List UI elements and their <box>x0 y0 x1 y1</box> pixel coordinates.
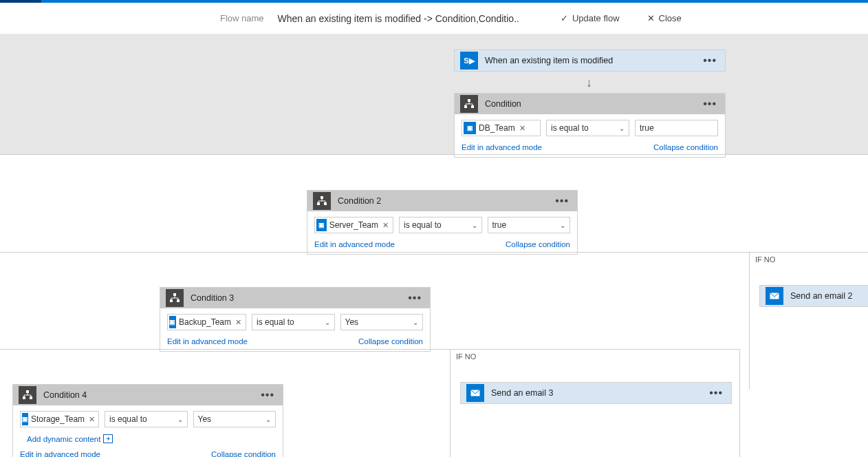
dynamic-content-icon: ▣ <box>316 219 327 231</box>
condition-2-value-text: true <box>492 220 507 230</box>
condition-3-menu-button[interactable]: ••• <box>405 292 424 304</box>
edit-advanced-link[interactable]: Edit in advanced mode <box>167 337 248 346</box>
send-email-2-card[interactable]: Send an email 2 <box>759 285 868 307</box>
condition-2-title: Condition 2 <box>338 196 545 206</box>
condition-3-left-operand[interactable]: ▣ Backup_Team ✕ <box>167 314 246 330</box>
update-flow-label: Update flow <box>572 13 620 23</box>
svg-rect-13 <box>30 396 32 399</box>
condition-icon <box>460 95 478 113</box>
svg-rect-9 <box>177 299 180 302</box>
add-dynamic-content-link[interactable]: Add dynamic content + <box>27 434 113 443</box>
condition-4-operator-select[interactable]: is equal to ⌄ <box>105 411 188 427</box>
condition-3-header[interactable]: Condition 3 ••• <box>160 288 430 308</box>
edit-advanced-link[interactable]: Edit in advanced mode <box>314 240 395 248</box>
collapse-condition-link[interactable]: Collapse condition <box>653 143 718 151</box>
condition-3-operator-label: is equal to <box>257 317 294 327</box>
trigger-title: When an existing item is modified <box>485 56 693 65</box>
chevron-down-icon: ⌄ <box>413 319 418 326</box>
chevron-down-icon: ⌄ <box>619 125 625 132</box>
condition-3-operator-select[interactable]: is equal to ⌄ <box>252 314 335 330</box>
svg-rect-8 <box>170 299 173 302</box>
condition-2-value-select[interactable]: true ⌄ <box>488 217 571 233</box>
check-icon: ✓ <box>561 13 568 23</box>
condition-1-operator-select[interactable]: is equal to ⌄ <box>546 120 629 136</box>
remove-token-icon[interactable]: ✕ <box>518 124 527 133</box>
condition-1-title: Condition <box>485 99 693 109</box>
collapse-condition-link[interactable]: Collapse condition <box>506 240 570 248</box>
trigger-menu-button[interactable]: ••• <box>700 54 719 67</box>
edit-advanced-link[interactable]: Edit in advanced mode <box>462 143 542 151</box>
condition-4-menu-button[interactable]: ••• <box>258 389 277 401</box>
add-dynamic-content-label: Add dynamic content <box>27 435 100 443</box>
edit-advanced-link[interactable]: Edit in advanced mode <box>20 450 100 457</box>
condition-1-menu-button[interactable]: ••• <box>700 98 719 110</box>
condition-2-menu-button[interactable]: ••• <box>552 195 572 207</box>
condition-4-header[interactable]: Condition 4 ••• <box>13 385 283 405</box>
condition-4-left-operand[interactable]: ▣ Storage_Team ✕ <box>20 411 99 427</box>
condition-4-value-select[interactable]: Yes ⌄ <box>193 411 276 427</box>
condition-1-header[interactable]: Condition ••• <box>455 94 725 114</box>
condition-3-body: ▣ Backup_Team ✕ is equal to ⌄ Yes ⌄ <box>160 308 430 334</box>
condition-2-body: ▣ Server_Team ✕ is equal to ⌄ true ⌄ <box>307 211 577 237</box>
trigger-card[interactable]: S▶ When an existing item is modified ••• <box>454 50 726 72</box>
flow-name-label: Flow name <box>220 13 264 23</box>
flow-canvas: S▶ When an existing item is modified •••… <box>0 34 868 457</box>
condition-3-token-label: Backup_Team <box>179 317 231 327</box>
condition-3-card[interactable]: Condition 3 ••• ▣ Backup_Team ✕ is equal… <box>160 287 431 352</box>
remove-token-icon[interactable]: ✕ <box>87 415 96 424</box>
svg-rect-7 <box>173 293 176 296</box>
divider-1 <box>0 154 868 155</box>
condition-1-value-input[interactable]: true <box>635 120 718 136</box>
condition-4-body: ▣ Storage_Team ✕ is equal to ⌄ Yes ⌄ Add… <box>13 405 283 447</box>
collapse-condition-link[interactable]: Collapse condition <box>358 337 423 346</box>
update-flow-button[interactable]: ✓ Update flow <box>561 13 620 23</box>
condition-2-token-label: Server_Team <box>329 220 378 230</box>
top-loading-bar <box>0 0 868 3</box>
condition-2-card[interactable]: Condition 2 ••• ▣ Server_Team ✕ is equal… <box>307 190 578 255</box>
trigger-header[interactable]: S▶ When an existing item is modified ••• <box>455 50 725 71</box>
if-no-label: IF NO <box>755 255 775 264</box>
send-email-3-menu-button[interactable]: ••• <box>706 387 726 399</box>
if-no-branch-3: IF NO Send an email 3 ••• <box>450 349 740 457</box>
condition-1-operator-label: is equal to <box>551 123 589 133</box>
send-email-2-title: Send an email 2 <box>790 291 868 301</box>
remove-token-icon[interactable]: ✕ <box>381 221 390 230</box>
arrow-down-icon: ↓ <box>586 76 592 90</box>
svg-rect-1 <box>464 105 467 108</box>
collapse-condition-link[interactable]: Collapse condition <box>211 450 276 457</box>
condition-4-value-text: Yes <box>198 414 212 424</box>
condition-icon <box>313 192 331 210</box>
send-email-2-header[interactable]: Send an email 2 <box>760 286 868 306</box>
close-button[interactable]: ✕ Close <box>647 13 682 23</box>
condition-1-value-text: true <box>640 123 654 133</box>
canvas-section-1 <box>0 34 868 154</box>
if-no-label: IF NO <box>456 352 476 361</box>
svg-rect-5 <box>324 202 327 205</box>
chevron-down-icon: ⌄ <box>560 222 565 229</box>
condition-2-operator-label: is equal to <box>404 220 442 230</box>
close-icon: ✕ <box>647 13 655 23</box>
condition-1-body: ▣ DB_Team ✕ is equal to ⌄ true <box>455 114 725 140</box>
condition-2-left-operand[interactable]: ▣ Server_Team ✕ <box>314 217 393 233</box>
send-email-3-header[interactable]: Send an email 3 ••• <box>461 383 731 403</box>
condition-4-card[interactable]: Condition 4 ••• ▣ Storage_Team ✕ is equa… <box>12 384 283 457</box>
condition-1-card[interactable]: Condition ••• ▣ DB_Team ✕ is equal to ⌄ … <box>454 93 726 158</box>
svg-rect-3 <box>321 196 323 199</box>
condition-2-operator-select[interactable]: is equal to ⌄ <box>399 217 482 233</box>
plus-icon: + <box>103 434 113 443</box>
flow-name-value[interactable]: When an existing item is modified -> Con… <box>278 13 519 24</box>
send-email-3-card[interactable]: Send an email 3 ••• <box>460 382 732 404</box>
chevron-down-icon: ⌄ <box>265 416 271 423</box>
svg-rect-0 <box>468 99 470 102</box>
chevron-down-icon: ⌄ <box>472 222 477 229</box>
svg-rect-2 <box>471 105 474 108</box>
chevron-down-icon: ⌄ <box>325 319 330 326</box>
condition-4-token-label: Storage_Team <box>31 414 85 424</box>
close-label: Close <box>659 13 682 23</box>
divider-2 <box>0 252 868 253</box>
remove-token-icon[interactable]: ✕ <box>234 318 243 327</box>
condition-1-left-operand[interactable]: ▣ DB_Team ✕ <box>462 120 541 136</box>
condition-3-value-select[interactable]: Yes ⌄ <box>340 314 424 330</box>
condition-2-header[interactable]: Condition 2 ••• <box>307 191 577 211</box>
chevron-down-icon: ⌄ <box>177 416 183 423</box>
